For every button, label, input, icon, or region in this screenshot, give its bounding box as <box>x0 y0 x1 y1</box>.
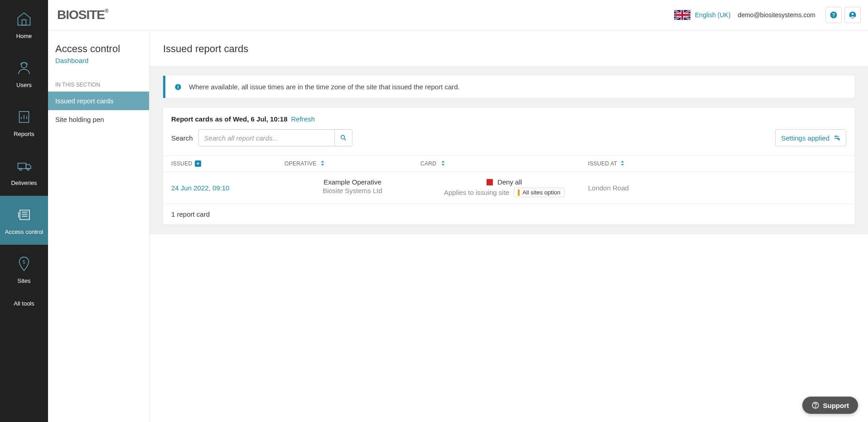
sort-icon <box>441 160 445 167</box>
svg-rect-9 <box>20 210 29 219</box>
svg-rect-6 <box>18 163 26 169</box>
support-icon <box>811 401 820 409</box>
logo-text: BIOSITE <box>57 8 105 22</box>
col-label: OPERATIVE <box>285 160 317 167</box>
col-label: ISSUED <box>171 160 192 167</box>
svg-point-26 <box>835 136 837 137</box>
sort-desc-icon <box>195 160 201 167</box>
icon-sidebar: Home Users Reports Deliveries Access con… <box>0 0 48 422</box>
account-button[interactable] <box>844 7 861 23</box>
main-content: Issued report cards i Where available, a… <box>149 30 868 422</box>
col-label: ISSUED AT <box>588 160 617 167</box>
tag-label: All sites option <box>522 189 560 196</box>
nav-all-tools[interactable]: All tools <box>0 294 48 313</box>
language-link[interactable]: English (UK) <box>695 11 731 19</box>
deny-indicator-icon <box>487 179 493 185</box>
info-banner-text: Where available, all issue times are in … <box>189 83 460 91</box>
info-banner: i Where available, all issue times are i… <box>163 76 854 98</box>
logo[interactable]: BIOSITE® <box>57 8 108 22</box>
help-button[interactable]: ? <box>825 7 842 23</box>
reports-icon <box>15 108 33 126</box>
svg-point-22 <box>341 136 344 139</box>
search-icon <box>340 134 347 141</box>
svg-text:?: ? <box>832 12 835 18</box>
svg-text:5: 5 <box>23 259 25 265</box>
col-header-issued[interactable]: ISSUED <box>171 160 285 167</box>
access-control-icon <box>15 206 33 224</box>
nav-access-control[interactable]: Access control <box>0 196 48 245</box>
nav-sites[interactable]: 5 Sites <box>0 245 48 294</box>
nav-reports-label: Reports <box>14 131 34 137</box>
asof-time: Wed, 6 Jul, 10:18 <box>233 115 288 123</box>
sub-sidebar-title: Access control <box>48 43 149 55</box>
col-header-card[interactable]: CARD <box>420 160 588 167</box>
sort-icon <box>620 160 625 167</box>
svg-text:i: i <box>178 85 179 89</box>
panel-header: Report cards as of Wed, 6 Jul, 10:18 Ref… <box>163 108 854 129</box>
asof-prefix: Report cards as of <box>171 115 233 123</box>
table-header: ISSUED OPERATIVE <box>163 155 854 172</box>
nav-access-control-label: Access control <box>5 228 43 235</box>
table-row[interactable]: 24 Jun 2022, 09:10 Example Operative Bio… <box>163 172 854 204</box>
search-label: Search <box>171 134 193 142</box>
logo-reg: ® <box>105 8 108 14</box>
sliders-icon <box>833 134 840 141</box>
dashboard-link[interactable]: Dashboard <box>48 57 149 64</box>
issued-at: London Road <box>588 184 629 192</box>
nav-deliveries[interactable]: Deliveries <box>0 147 48 196</box>
svg-rect-0 <box>22 19 26 25</box>
sub-nav-site-holding-pen[interactable]: Site holding pen <box>48 110 149 129</box>
settings-applied-label: Settings applied <box>781 134 829 142</box>
search-input[interactable] <box>198 129 334 146</box>
search-row: Search Settings applied <box>163 129 854 155</box>
nav-all-tools-label: All tools <box>14 300 34 307</box>
page-title: Issued report cards <box>163 43 854 55</box>
col-header-issued-at[interactable]: ISSUED AT <box>588 160 846 167</box>
sub-nav-label: Site holding pen <box>55 116 104 123</box>
info-icon: i <box>174 83 182 91</box>
report-cards-panel: Report cards as of Wed, 6 Jul, 10:18 Ref… <box>163 108 854 224</box>
svg-point-8 <box>27 168 29 170</box>
issued-date-link[interactable]: 24 Jun 2022, 09:10 <box>171 184 229 192</box>
sub-nav-issued-report-cards[interactable]: Issued report cards <box>48 92 149 110</box>
all-sites-tag[interactable]: All sites option <box>514 188 564 197</box>
nav-home[interactable]: Home <box>0 0 48 49</box>
refresh-link[interactable]: Refresh <box>291 115 315 123</box>
sort-icon <box>320 160 325 167</box>
user-email: demo@biositesystems.com <box>738 11 815 19</box>
operative-name: Example Operative <box>323 178 381 186</box>
support-button[interactable]: Support <box>802 397 858 414</box>
footer-count: 1 report card <box>171 210 210 218</box>
card-applies: Applies to issuing site <box>444 189 509 196</box>
help-icon: ? <box>829 11 838 19</box>
svg-point-30 <box>815 407 815 407</box>
sub-nav-label: Issued report cards <box>55 97 113 105</box>
svg-point-19 <box>852 13 854 15</box>
card-type: Deny all <box>497 178 522 186</box>
col-header-operative[interactable]: OPERATIVE <box>285 160 420 167</box>
flag-icon[interactable] <box>674 10 690 20</box>
nav-users-label: Users <box>16 82 32 88</box>
support-label: Support <box>823 402 849 409</box>
nav-sites-label: Sites <box>18 277 31 284</box>
sub-sidebar: Access control Dashboard IN THIS SECTION… <box>48 30 149 422</box>
top-header: BIOSITE® English (UK) demo@biositesystem… <box>48 0 868 30</box>
operative-company: Biosite Systems Ltd <box>323 187 382 194</box>
home-icon <box>15 10 33 28</box>
col-label: CARD <box>420 160 436 167</box>
nav-deliveries-label: Deliveries <box>11 179 37 186</box>
nav-reports[interactable]: Reports <box>0 98 48 147</box>
svg-line-23 <box>344 139 346 140</box>
svg-point-7 <box>19 168 22 170</box>
account-icon <box>849 11 857 19</box>
section-label: IN THIS SECTION <box>48 82 149 88</box>
sites-icon: 5 <box>15 255 33 273</box>
deliveries-icon <box>15 157 33 175</box>
nav-users[interactable]: Users <box>0 49 48 98</box>
settings-applied-button[interactable]: Settings applied <box>775 129 846 146</box>
search-button[interactable] <box>334 129 352 146</box>
svg-point-1 <box>21 63 27 68</box>
users-icon <box>15 59 33 77</box>
nav-home-label: Home <box>16 33 32 39</box>
table-footer: 1 report card <box>163 204 854 224</box>
